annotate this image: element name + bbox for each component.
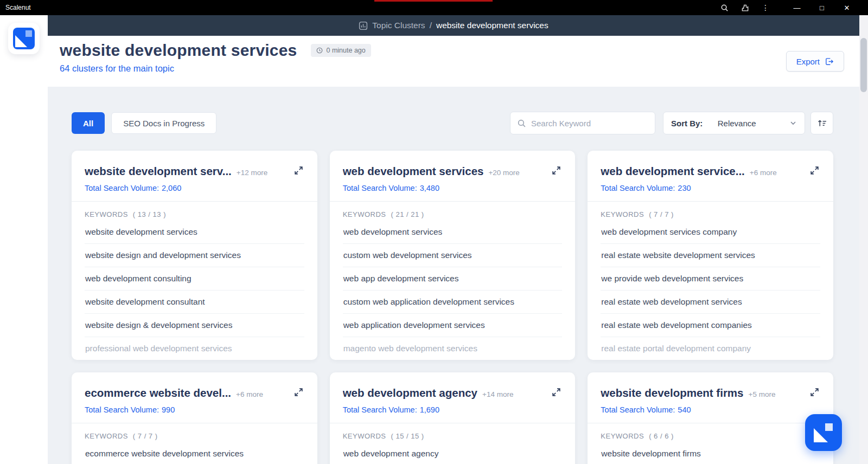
keywords-label: KEYWORDS bbox=[601, 432, 644, 440]
app-sidebar bbox=[0, 15, 48, 464]
more-keywords-count: +6 more bbox=[750, 169, 777, 177]
more-keywords-count: +5 more bbox=[749, 390, 776, 398]
keyword-item[interactable]: real estate website development services bbox=[601, 244, 820, 267]
page-header: website development services 0 minute ag… bbox=[48, 36, 859, 87]
volume-label: Total Search Volume: bbox=[343, 405, 417, 414]
sort-by-value: Relevance bbox=[718, 119, 756, 128]
minimize-button[interactable]: — bbox=[784, 0, 809, 15]
tab-seo-docs-in-progress[interactable]: SEO Docs in Progress bbox=[111, 112, 216, 134]
volume-value: 2,060 bbox=[162, 184, 181, 192]
keyword-item[interactable]: custom web development services bbox=[343, 244, 563, 267]
cluster-title: website development serv... bbox=[85, 165, 232, 178]
keyword-item[interactable]: web app development services bbox=[343, 267, 563, 291]
expand-card-button[interactable] bbox=[551, 386, 562, 399]
window-titlebar: Scalenut ⋮ — □ ✕ bbox=[0, 0, 868, 15]
volume-value: 990 bbox=[162, 405, 175, 414]
keyword-item[interactable]: magento web development services bbox=[343, 337, 563, 360]
card-header: web development agency +14 more Total Se… bbox=[330, 372, 576, 423]
chat-launcher-button[interactable] bbox=[805, 414, 842, 451]
scrollbar-thumb[interactable] bbox=[860, 38, 867, 92]
keyword-list: web development services companyreal est… bbox=[601, 221, 820, 360]
more-keywords-count: +20 more bbox=[488, 169, 519, 177]
keyword-item[interactable]: web development services bbox=[343, 221, 563, 244]
tab-all[interactable]: All bbox=[72, 112, 105, 134]
keyword-item[interactable]: web application development services bbox=[343, 314, 563, 337]
breadcrumb-topic-clusters[interactable]: Topic Clusters bbox=[372, 21, 425, 30]
card-header: ecommerce website devel... +6 more Total… bbox=[72, 372, 317, 423]
keyword-item[interactable]: website development consultant bbox=[85, 291, 304, 314]
keyword-list: website development serviceswebsite desi… bbox=[85, 221, 304, 360]
volume-label: Total Search Volume: bbox=[343, 184, 417, 192]
cluster-grid: website development serv... +12 more Tot… bbox=[72, 151, 833, 464]
keywords-header: KEYWORDS ( 21 / 21 ) bbox=[343, 210, 563, 218]
cluster-title: website development firms bbox=[601, 386, 743, 399]
keyword-item[interactable]: professional web development services bbox=[85, 337, 304, 360]
cluster-count-link[interactable]: 64 clusters for the main topic bbox=[48, 60, 859, 74]
extensions-icon[interactable] bbox=[735, 0, 755, 15]
keyword-item[interactable]: real estate portal development company bbox=[601, 337, 820, 360]
search-icon[interactable] bbox=[714, 0, 735, 15]
card-header: website development serv... +12 more Tot… bbox=[72, 151, 317, 202]
vertical-scrollbar[interactable] bbox=[859, 15, 868, 464]
sort-order-button[interactable] bbox=[810, 112, 833, 134]
card-body: KEYWORDS ( 6 / 6 ) website development f… bbox=[588, 423, 833, 464]
cluster-toolbar: All SEO Docs in Progress Sort By: Releva… bbox=[72, 112, 833, 134]
keyword-item[interactable]: ecommerce website development services bbox=[85, 442, 304, 464]
kebab-menu-icon[interactable]: ⋮ bbox=[755, 0, 776, 15]
keywords-count: ( 13 / 13 ) bbox=[133, 210, 166, 218]
total-search-volume: Total Search Volume:540 bbox=[601, 405, 820, 414]
total-search-volume: Total Search Volume:1,690 bbox=[343, 405, 563, 414]
keyword-item[interactable]: website development services bbox=[85, 221, 304, 244]
chevron-down-icon bbox=[789, 119, 797, 127]
topic-clusters-icon bbox=[359, 21, 368, 30]
keywords-count: ( 21 / 21 ) bbox=[391, 210, 424, 218]
keywords-count: ( 7 / 7 ) bbox=[649, 210, 674, 218]
keyword-item[interactable]: web development consulting bbox=[85, 267, 304, 291]
breadcrumb-separator: / bbox=[430, 21, 432, 30]
cluster-title: web development service... bbox=[601, 165, 744, 178]
expand-card-button[interactable] bbox=[551, 165, 562, 178]
keywords-label: KEYWORDS bbox=[601, 210, 644, 218]
cluster-card: web development service... +6 more Total… bbox=[588, 151, 833, 360]
total-search-volume: Total Search Volume:230 bbox=[601, 184, 820, 192]
card-header: web development service... +6 more Total… bbox=[588, 151, 833, 202]
cluster-card: website development firms +5 more Total … bbox=[588, 372, 833, 464]
volume-label: Total Search Volume: bbox=[601, 405, 675, 414]
card-body: KEYWORDS ( 7 / 7 ) ecommerce website dev… bbox=[72, 423, 317, 464]
keyword-item[interactable]: web development services company bbox=[601, 221, 820, 244]
export-button[interactable]: Export bbox=[786, 51, 844, 72]
keyword-list: website development firms bbox=[601, 442, 820, 464]
keyword-item[interactable]: website design and development services bbox=[85, 244, 304, 267]
keyword-item[interactable]: real estate web development companies bbox=[601, 314, 820, 337]
volume-label: Total Search Volume: bbox=[85, 405, 159, 414]
keyword-item[interactable]: website development firms bbox=[601, 442, 820, 464]
close-button[interactable]: ✕ bbox=[834, 0, 859, 15]
clock-icon bbox=[316, 47, 323, 54]
search-keyword-input[interactable] bbox=[531, 119, 648, 128]
more-keywords-count: +14 more bbox=[482, 390, 513, 398]
volume-value: 230 bbox=[678, 184, 691, 192]
keywords-header: KEYWORDS ( 7 / 7 ) bbox=[85, 432, 304, 440]
expand-card-button[interactable] bbox=[293, 386, 304, 399]
keyword-item[interactable]: we provide web development services bbox=[601, 267, 820, 291]
more-keywords-count: +6 more bbox=[236, 390, 263, 398]
card-header: web development services +20 more Total … bbox=[330, 151, 576, 202]
sort-by-dropdown[interactable]: Sort By: Relevance bbox=[663, 112, 805, 134]
keyword-item[interactable]: website design & development services bbox=[85, 314, 304, 337]
keywords-count: ( 7 / 7 ) bbox=[133, 432, 158, 440]
expand-card-button[interactable] bbox=[809, 165, 820, 178]
scalenut-logo[interactable] bbox=[8, 23, 40, 54]
keywords-count: ( 6 / 6 ) bbox=[649, 432, 674, 440]
expand-icon bbox=[810, 388, 819, 397]
expand-icon bbox=[294, 166, 303, 175]
expand-card-button[interactable] bbox=[809, 386, 820, 399]
expand-card-button[interactable] bbox=[293, 165, 304, 178]
card-body: KEYWORDS ( 7 / 7 ) web development servi… bbox=[588, 202, 833, 360]
keyword-item[interactable]: custom web application development servi… bbox=[343, 291, 563, 314]
keyword-list: ecommerce website development services bbox=[85, 442, 304, 464]
maximize-button[interactable]: □ bbox=[809, 0, 834, 15]
total-search-volume: Total Search Volume:3,480 bbox=[343, 184, 563, 192]
keyword-item[interactable]: real estate web development services bbox=[601, 291, 820, 314]
keyword-item[interactable]: web development agency bbox=[343, 442, 563, 464]
volume-value: 540 bbox=[678, 405, 691, 414]
